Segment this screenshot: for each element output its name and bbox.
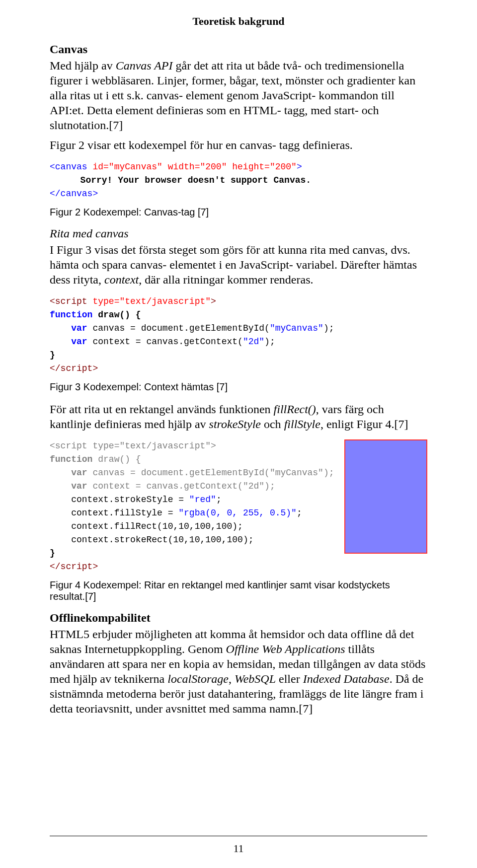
code-token: var: [71, 481, 87, 491]
caption-fig4: Figur 4 Kodexempel: Ritar en rektangel m…: [50, 579, 427, 602]
paragraph-offline: HTML5 erbjuder möjligheten att komma åt …: [50, 627, 427, 716]
code-token: draw() {: [92, 454, 141, 464]
footer-rule: [50, 836, 427, 836]
code-token: Sorry! Your browser doesn't support Canv…: [61, 175, 311, 185]
code-token: id="myCanvas" width="200" height="200": [92, 162, 296, 172]
italic-term-offline-web-apps: Offline Web Applications: [226, 643, 345, 655]
code-token: );: [323, 323, 334, 333]
italic-term-strokestyle: strokeStyle: [209, 418, 261, 431]
italic-term-canvas-api: Canvas API: [116, 59, 173, 72]
code-token: </script>: [50, 562, 98, 572]
code-token: <canvas: [50, 162, 92, 172]
text: och: [261, 418, 284, 431]
code-token: var: [71, 337, 87, 347]
caption-fig3: Figur 3 Kodexempel: Context hämtas [7]: [50, 381, 427, 393]
caption-fig2: Figur 2 Kodexempel: Canvas-tag [7]: [50, 207, 427, 218]
code-token: >: [211, 441, 216, 451]
code-token: );: [323, 468, 334, 478]
code-token: </canvas>: [50, 189, 98, 199]
code-token: ;: [216, 495, 222, 505]
heading-canvas: Canvas: [50, 43, 427, 56]
code-token: var: [71, 323, 87, 333]
italic-term-context: context: [104, 273, 139, 286]
code-token: "2d": [243, 481, 264, 491]
code-token: ;: [297, 508, 302, 518]
paragraph-rita: I Figur 3 visas det första steget som gö…: [50, 242, 427, 287]
code-token: "myCanvas": [270, 468, 323, 478]
code-token: canvas = document.getElementById(: [87, 468, 270, 478]
text: , där alla ritningar kommer renderas.: [139, 273, 313, 286]
page-number: 11: [0, 842, 477, 855]
code-token: }: [50, 548, 55, 558]
code-token: context.strokeStyle =: [71, 495, 189, 505]
code-fig3: <script type="text/javascript"> function…: [50, 292, 427, 377]
canvas-result-swatch: [344, 439, 427, 554]
italic-term-indexed-database: Indexed Database: [303, 672, 390, 685]
code-token: <script: [50, 441, 92, 451]
code-token: context.fillRect(10,10,100,100);: [71, 521, 243, 531]
code-token: draw() {: [92, 310, 141, 320]
code-token: "rgba(0, 0, 255, 0.5)": [178, 508, 297, 518]
code-token: }: [50, 350, 55, 360]
code-fig2: <canvas id="myCanvas" width="200" height…: [50, 157, 427, 203]
code-token: >: [297, 162, 302, 172]
text: eller: [276, 672, 303, 685]
text: , enligt Figur 4.[7]: [320, 418, 408, 431]
paragraph-canvas-intro: Med hjälp av Canvas API går det att rita…: [50, 58, 427, 133]
code-token: type="text/javascript": [92, 296, 211, 306]
code-token: type="text/javascript": [92, 441, 211, 451]
fig4-row: <script type="text/javascript"> function…: [50, 436, 427, 576]
paragraph-fillrect: För att rita ut en rektangel används fun…: [50, 402, 427, 432]
code-token: context = canvas.getContext(: [87, 337, 243, 347]
italic-term-localstorage: localStorage: [167, 672, 229, 685]
code-token: >: [211, 296, 216, 306]
text: Med hjälp av: [50, 59, 116, 72]
code-token: context.strokeRect(10,10,100,100);: [71, 535, 253, 545]
code-token: var: [71, 468, 87, 478]
code-token: "myCanvas": [270, 323, 323, 333]
code-fig4: <script type="text/javascript"> function…: [50, 436, 334, 576]
subheading-rita: Rita med canvas: [50, 227, 427, 240]
code-token: function: [50, 310, 92, 320]
code-token: </script>: [50, 363, 98, 373]
italic-term-websql: WebSQL: [235, 672, 276, 685]
document-page: Teoretisk bakgrund Canvas Med hjälp av C…: [0, 0, 477, 751]
paragraph-fig2-lead: Figur 2 visar ett kodexempel för hur en …: [50, 138, 427, 152]
code-token: <script: [50, 296, 92, 306]
heading-offline: Offlinekompabilitet: [50, 611, 427, 625]
code-token: canvas = document.getElementById(: [87, 323, 270, 333]
code-token: context.fillStyle =: [71, 508, 178, 518]
text: ,: [229, 672, 235, 685]
italic-term-fillstyle: fillStyle: [284, 418, 320, 431]
code-token: context = canvas.getContext(: [87, 481, 243, 491]
code-token: "red": [189, 495, 216, 505]
text: För att rita ut en rektangel används fun…: [50, 403, 274, 416]
code-token: );: [264, 481, 275, 491]
code-token: "2d": [243, 337, 264, 347]
code-token: function: [50, 454, 92, 464]
running-head: Teoretisk bakgrund: [50, 15, 427, 28]
italic-term-fillrect: fillRect(): [274, 403, 316, 416]
code-token: );: [264, 337, 275, 347]
